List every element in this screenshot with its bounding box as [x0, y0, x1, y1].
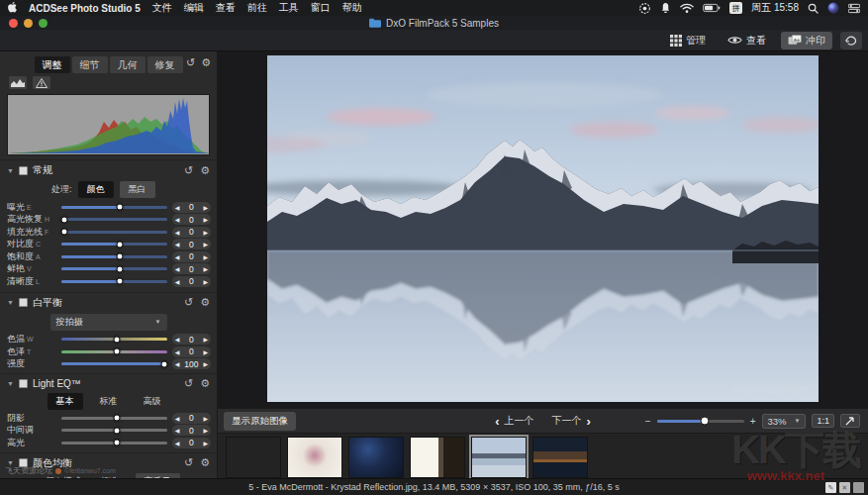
acdsee-365-sync-icon[interactable] [840, 32, 862, 50]
disclosure-triangle-icon[interactable]: ▼ [7, 299, 14, 306]
edit-status-icon[interactable]: ✎ [825, 482, 836, 493]
thumbnail-3[interactable] [348, 437, 404, 478]
decrement-button[interactable]: ◀ [175, 216, 180, 223]
increment-button[interactable]: ▶ [203, 348, 208, 355]
cb-gear-icon[interactable]: ⚙ [200, 456, 210, 469]
thumbnail-1[interactable] [226, 437, 281, 478]
view-mode-button[interactable]: 查看 [721, 32, 773, 50]
screen-record-icon[interactable] [638, 2, 651, 15]
increment-button[interactable]: ▶ [203, 216, 208, 223]
general-checkbox[interactable] [19, 166, 28, 175]
previous-image-button[interactable]: ‹ 上一个 [495, 414, 533, 429]
active-app-name[interactable]: ACDSee Photo Studio 5 [29, 3, 141, 14]
exposure-warning-button[interactable] [32, 75, 51, 90]
cb-reset-icon[interactable]: ↺ [184, 456, 193, 469]
decrement-button[interactable]: ◀ [175, 360, 180, 367]
develop-mode-button[interactable]: 冲印 [781, 32, 832, 50]
notification-bell-icon[interactable] [660, 2, 671, 14]
menu-edit[interactable]: 编辑 [184, 1, 204, 15]
tab-repair[interactable]: 修复 [147, 56, 183, 73]
process-bw-button[interactable]: 黑白 [120, 181, 155, 198]
decrement-button[interactable]: ◀ [175, 427, 180, 434]
increment-button[interactable]: ▶ [203, 278, 208, 285]
white-balance-preset-dropdown[interactable]: 按拍摄 ▼ [50, 314, 167, 331]
general-gear-icon[interactable]: ⚙ [200, 164, 210, 177]
decrement-button[interactable]: ◀ [175, 241, 180, 248]
highlights-slider[interactable] [61, 442, 167, 445]
lighteq-tab-standard[interactable]: 标准 [91, 393, 127, 410]
strength-slider[interactable] [61, 362, 167, 365]
decrement-button[interactable]: ◀ [175, 348, 180, 355]
increment-button[interactable]: ▶ [203, 415, 208, 422]
lighteq-reset-icon[interactable]: ↺ [184, 377, 193, 390]
siri-icon[interactable] [827, 2, 839, 14]
reset-all-icon[interactable]: ↺ [186, 56, 195, 69]
tab-geometry[interactable]: 几何 [110, 56, 145, 73]
blank-status-icon[interactable] [853, 482, 864, 493]
fill-light-slider[interactable] [61, 231, 167, 234]
menu-help[interactable]: 帮助 [342, 1, 362, 15]
increment-button[interactable]: ▶ [203, 204, 208, 211]
thumbnail-4[interactable] [410, 437, 465, 478]
highlight-recovery-slider[interactable] [61, 218, 167, 221]
thumbnail-2[interactable] [287, 437, 342, 478]
next-image-button[interactable]: 下一个 › [552, 414, 591, 429]
thumbnail-5-selected[interactable] [471, 437, 527, 478]
tab-detail[interactable]: 细节 [72, 56, 108, 73]
increment-button[interactable]: ▶ [203, 253, 208, 260]
apple-menu-icon[interactable] [8, 2, 19, 14]
shadows-slider[interactable] [61, 417, 167, 420]
main-photo[interactable]: © EVA MCDERMOTT [267, 55, 819, 402]
increment-button[interactable]: ▶ [203, 241, 208, 248]
increment-button[interactable]: ▶ [203, 336, 208, 343]
histogram-toggle-button[interactable] [8, 75, 28, 90]
input-method-icon[interactable]: 拼 [729, 2, 742, 14]
settings-gear-icon[interactable]: ⚙ [201, 56, 211, 69]
lighteq-tab-basic[interactable]: 基本 [48, 393, 83, 410]
menubar-clock[interactable]: 周五 15:58 [751, 1, 799, 15]
decrement-button[interactable]: ◀ [175, 229, 180, 236]
saturation-slider[interactable] [61, 255, 167, 258]
decrement-button[interactable]: ◀ [175, 415, 180, 422]
close-status-icon[interactable]: ✕ [839, 482, 850, 493]
lighteq-tab-advanced[interactable]: 高级 [135, 393, 170, 410]
menu-file[interactable]: 文件 [152, 1, 172, 15]
spotlight-search-icon[interactable] [808, 3, 819, 14]
increment-button[interactable]: ▶ [203, 360, 208, 367]
menu-tools[interactable]: 工具 [279, 1, 299, 15]
disclosure-triangle-icon[interactable]: ▼ [7, 380, 14, 387]
vibrance-slider[interactable] [61, 267, 167, 270]
decrement-button[interactable]: ◀ [175, 440, 180, 446]
increment-button[interactable]: ▶ [203, 440, 208, 446]
decrement-button[interactable]: ◀ [175, 204, 180, 211]
process-color-button[interactable]: 颜色 [78, 181, 114, 198]
wifi-icon[interactable] [680, 3, 694, 14]
tab-adjust[interactable]: 调整 [35, 56, 70, 73]
white-balance-checkbox[interactable] [19, 298, 28, 307]
menu-go[interactable]: 前往 [247, 1, 267, 15]
midtones-slider[interactable] [61, 429, 167, 432]
decrement-button[interactable]: ◀ [175, 253, 180, 260]
temperature-slider[interactable] [61, 338, 167, 341]
exposure-slider[interactable] [61, 206, 167, 209]
wb-gear-icon[interactable]: ⚙ [200, 296, 210, 309]
thumbnail-6[interactable] [532, 437, 588, 478]
clarity-slider[interactable] [61, 280, 167, 283]
disclosure-triangle-icon[interactable]: ▼ [7, 167, 14, 174]
tint-slider[interactable] [61, 350, 167, 353]
zoom-slider[interactable] [657, 420, 744, 423]
increment-button[interactable]: ▶ [203, 427, 208, 434]
battery-icon[interactable] [703, 3, 721, 13]
wb-reset-icon[interactable]: ↺ [184, 296, 193, 309]
lighteq-gear-icon[interactable]: ⚙ [200, 377, 210, 390]
lighteq-checkbox[interactable] [19, 379, 28, 388]
manage-mode-button[interactable]: 管理 [663, 32, 713, 50]
control-center-icon[interactable] [848, 3, 860, 14]
section-white-balance-header[interactable]: ▼ 白平衡 ↺ ⚙ [0, 293, 217, 312]
decrement-button[interactable]: ◀ [175, 278, 180, 285]
decrement-button[interactable]: ◀ [175, 265, 180, 272]
section-general-header[interactable]: ▼ 常规 ↺ ⚙ [0, 160, 217, 179]
decrement-button[interactable]: ◀ [175, 336, 180, 343]
general-reset-icon[interactable]: ↺ [184, 164, 193, 177]
contrast-slider[interactable] [61, 243, 167, 246]
